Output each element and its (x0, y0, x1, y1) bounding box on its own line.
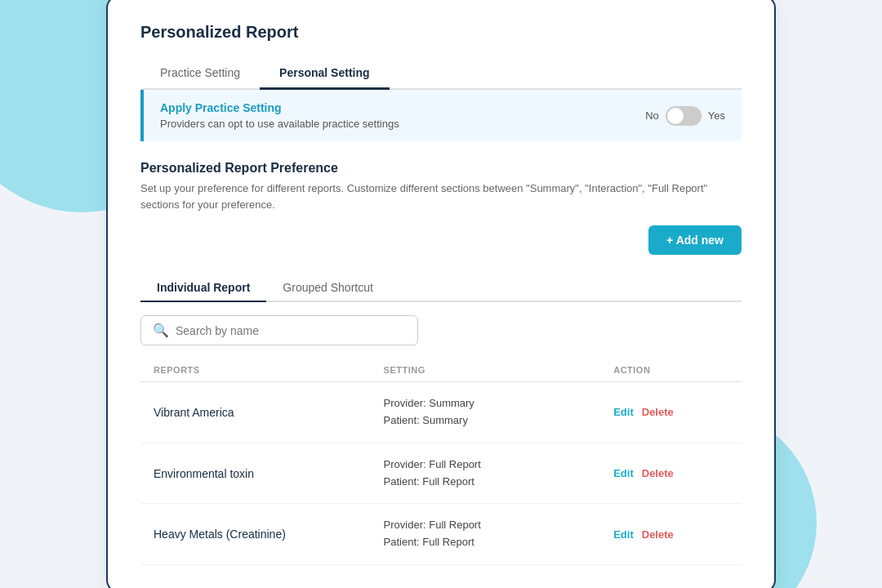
sub-tab-individual[interactable]: Individual Report (140, 274, 266, 302)
apply-setting-content: Apply Practice Setting Providers can opt… (160, 101, 645, 130)
sub-tabs: Individual Report Grouped Shortcut (140, 274, 742, 302)
delete-button-1[interactable]: Delete (642, 406, 674, 418)
table-row: Heavy Metals (Creatinine) Provider: Full… (140, 504, 742, 565)
table-row: Environmental toxin Provider: Full Repor… (140, 443, 742, 505)
apply-setting-title[interactable]: Apply Practice Setting (160, 101, 645, 114)
edit-button-1[interactable]: Edit (613, 406, 634, 418)
main-tabs: Practice Setting Personal Setting (140, 58, 742, 90)
edit-button-3[interactable]: Edit (613, 528, 634, 541)
setting-cell-2: Provider: Full Report Patient: Full Repo… (384, 457, 614, 491)
apply-setting-banner: Apply Practice Setting Providers can opt… (140, 90, 742, 141)
table-row: Vibrant America Provider: Summary Patien… (140, 382, 742, 443)
action-cell-3: Edit Delete (613, 528, 728, 541)
preference-section-title: Personalized Report Preference (140, 161, 742, 176)
toggle-group: No Yes (645, 106, 725, 126)
toggle-no-label: No (645, 109, 659, 122)
tab-personal-setting[interactable]: Personal Setting (260, 58, 389, 90)
table-header: REPORTS SETTING ACTION (140, 359, 742, 382)
report-name-3: Heavy Metals (Creatinine) (154, 528, 384, 541)
col-header-reports: REPORTS (154, 365, 384, 375)
delete-button-2[interactable]: Delete (642, 467, 674, 479)
add-new-container: + Add new (140, 225, 742, 268)
card-title: Personalized Report (140, 23, 742, 42)
report-name-2: Environmental toxin (154, 467, 384, 480)
search-box: 🔍 (140, 315, 418, 345)
preference-section-desc: Set up your preference for different rep… (140, 180, 742, 212)
setting-cell-1: Provider: Summary Patient: Summary (384, 395, 614, 430)
toggle-yes-label: Yes (708, 109, 725, 122)
sub-tab-grouped[interactable]: Grouped Shortcut (266, 274, 390, 301)
action-cell-2: Edit Delete (613, 467, 728, 479)
add-new-button[interactable]: + Add new (648, 225, 742, 255)
col-header-action: ACTION (613, 365, 728, 375)
delete-button-3[interactable]: Delete (642, 528, 674, 541)
main-card: Personalized Report Practice Setting Per… (106, 0, 776, 588)
toggle-switch[interactable] (666, 106, 702, 126)
col-header-setting: SETTING (384, 365, 614, 375)
search-input[interactable] (176, 324, 406, 337)
apply-setting-desc: Providers can opt to use available pract… (160, 118, 645, 130)
report-name-1: Vibrant America (154, 406, 384, 419)
setting-cell-3: Provider: Full Report Patient: Full Repo… (384, 517, 614, 551)
action-cell-1: Edit Delete (613, 406, 728, 418)
search-icon: 🔍 (153, 323, 169, 338)
edit-button-2[interactable]: Edit (613, 467, 634, 479)
tab-practice-setting[interactable]: Practice Setting (140, 58, 260, 90)
